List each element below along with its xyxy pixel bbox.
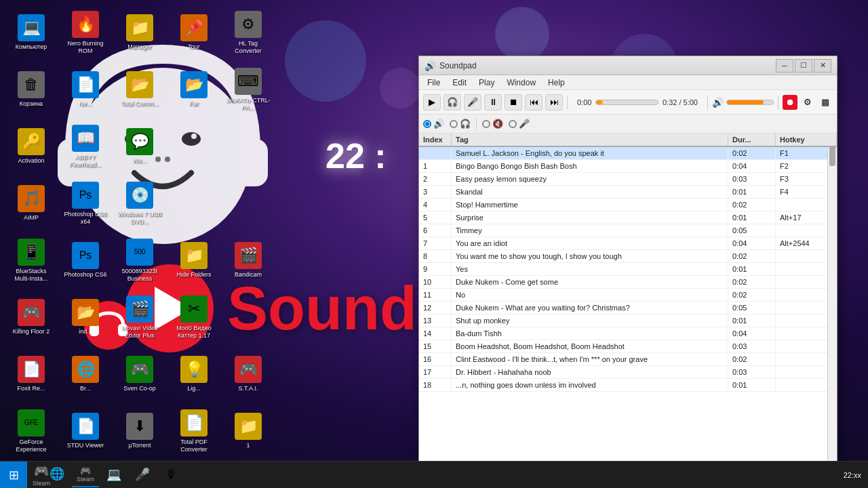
icon-tour[interactable]: 📌 Tour [168,5,220,60]
close-button[interactable]: ✕ [814,59,831,73]
icon-totalcomm[interactable]: 📂 Total Comm... [114,62,165,117]
next-button[interactable]: ⏭ [545,94,563,110]
list-item[interactable]: 16 Clint Eastwood - I'll be think...t, w… [419,353,837,366]
icon-aimp[interactable]: 🎵 AIMP [5,176,57,230]
cell-dur: 0:04 [728,327,776,340]
cell-dur: 0:01 [728,379,776,391]
taskbar-aida64[interactable]: 💻 [100,462,127,487]
icon-far[interactable]: 📂 Far [168,62,220,117]
cell-dur: 0:03 [728,173,776,185]
pause-button[interactable]: ⏸ [484,94,502,110]
radio-mic-on-circle [509,120,517,128]
icon-br[interactable]: 🌐 Br... [60,347,111,401]
icon-ctrl-pa[interactable]: ⌨ ЗАЖАТЬ CTRL-PA... [222,62,274,117]
icon-trash[interactable]: 🗑 Корзина [5,62,57,117]
icon-foxit[interactable]: 📄 Foxit Re... [5,347,57,401]
progress-area: 0:00 0:32 / 5:00 [572,98,703,106]
icon-moo0[interactable]: ✂ Moo0 Видео Каттер 1.17 [168,290,220,344]
icon-hidefolders[interactable]: 📁 Hide Folders [168,233,220,287]
time-total: 0:32 / 5:00 [663,98,698,106]
icon-stdu[interactable]: 📄 STDU Viewer [60,404,111,458]
icon-lig[interactable]: 💡 Lig... [168,347,220,401]
taskbar-steam-bottom[interactable]: 🎮 Steam [72,462,99,487]
icon-nero[interactable]: 🔥 Nero Burning ROM [60,5,111,60]
icon-utorrent[interactable]: ⬇ µTorrent [114,404,165,458]
icon-computer[interactable]: 💻 Компьютер [5,5,57,60]
minimize-button[interactable]: ─ [776,59,793,73]
cell-tag: Dr. Hibbert - Hahahaha noob [452,366,728,378]
list-item[interactable]: 4 Stop! Hammertime 0:02 [419,199,837,211]
menu-play[interactable]: Play [473,77,500,89]
scrollbar-vertical[interactable] [827,134,837,488]
list-item[interactable]: 2 Easy peasy lemon squeezy 0:03 F3 [419,173,837,186]
icon-manager[interactable]: 📁 Manager [114,5,165,60]
maximize-button[interactable]: ☐ [795,59,812,73]
col-dur: Dur... [728,134,776,146]
icon-stai[interactable]: 🎮 S.T.A.I. [222,347,274,401]
list-item[interactable]: 6 Timmey 0:05 [419,224,837,237]
list-item[interactable]: 14 Ba-dum Tishh 0:04 [419,327,837,340]
icon-win7usb[interactable]: 💿 Windows 7 USB DVD... [114,176,165,230]
record-button[interactable]: ⏺ [783,95,797,110]
list-item[interactable]: 13 Shut up monkey 0:01 [419,314,837,327]
icon-ne[interactable]: 📄 Ne... [60,62,111,117]
icon-hl-tag[interactable]: ⚙ HL Tag Converter [222,5,274,60]
icon-geforce[interactable]: GFE GeForce Experience [5,404,57,458]
toolbar2-sep [476,117,477,131]
radio-mic-off[interactable]: 🔇 [482,119,503,129]
start-button[interactable]: ⊞ [0,462,27,489]
cell-dur: 0:02 [728,353,776,365]
play-button[interactable]: ▶ [423,94,441,110]
icon-ind[interactable]: 📂 ind... [60,290,111,344]
icon-ps-x64[interactable]: Ps Photoshop CS6 x64 [60,176,111,230]
menu-window[interactable]: Window [501,77,541,89]
cell-dur: 0:03 [728,366,776,378]
list-item[interactable]: 7 You are an idiot 0:04 Alt+2544 [419,237,837,250]
icon-wa[interactable]: 💬 Wa... [114,119,165,174]
desktop-icons-grid: 💻 Компьютер 🔥 Nero Burning ROM 📁 Manager… [0,0,285,461]
menu-file[interactable]: File [422,77,446,89]
radio-speaker[interactable]: 🔊 [423,119,444,129]
icon-kf2[interactable]: 🎮 Killing Floor 2 [5,290,57,344]
extra-button[interactable]: ▦ [818,95,833,110]
icon-abbyy[interactable]: 📖 ABBYY FineRead... [60,119,111,174]
list-item[interactable]: 15 Boom Headshot, Boom Headshot, Boom He… [419,340,837,353]
radio-headphone[interactable]: 🎧 [450,119,471,129]
list-item[interactable]: 18 ...n, nothing goes down unless im inv… [419,379,837,392]
icon-bluestacks[interactable]: 📱 BlueStacks Multi-Insta... [5,233,57,287]
taskbar-chrome[interactable]: 🌐 [43,462,71,487]
icon-bandicam[interactable]: 🎬 Bandicam [222,233,274,287]
list-item[interactable]: 5 Surprise 0:01 Alt+17 [419,211,837,224]
list-item[interactable]: 10 Duke Nukem - Come get some 0:02 [419,276,837,289]
list-item[interactable]: 9 Yes 0:01 [419,263,837,276]
prev-button[interactable]: ⏮ [525,94,542,110]
mic-button[interactable]: 🎤 [464,94,481,110]
list-item[interactable]: 17 Dr. Hibbert - Hahahaha noob 0:03 [419,366,837,379]
taskbar-morphvox[interactable]: 🎤 [129,462,156,487]
radio-mic-on[interactable]: 🎤 [509,119,530,129]
icon-movavi[interactable]: 🎬 Movavi Video Editor Plus [114,290,165,344]
list-item[interactable]: 1 Bingo Bango Bongo Bish Bash Bosh 0:04 … [419,160,837,173]
list-item[interactable]: 11 No 0:02 [419,289,837,302]
settings-button[interactable]: ⚙ [800,95,815,110]
cell-index [419,147,452,159]
menu-edit[interactable]: Edit [447,77,472,89]
sound-list-container[interactable]: Index Tag Dur... Hotkey Samuel L. Jackso… [419,134,837,488]
icon-sven[interactable]: 🎮 Sven Co-op [114,347,165,401]
list-item[interactable]: Samuel L. Jackson - English, do you spea… [419,147,837,160]
cell-tag: Clint Eastwood - I'll be think...t, when… [452,353,728,365]
volume-slider[interactable] [726,100,774,105]
icon-500[interactable]: 500 5000893323I Business [114,233,165,287]
list-item[interactable]: 3 Skandal 0:01 F4 [419,186,837,199]
list-item[interactable]: 8 You want me to show you tough, I show … [419,250,837,263]
progress-bar[interactable] [595,100,658,105]
headphones-button[interactable]: 🎧 [443,94,461,110]
list-item[interactable]: 12 Duke Nukem - What are you waiting for… [419,302,837,314]
taskbar-moo0[interactable]: 🎙 [157,462,184,487]
menu-help[interactable]: Help [542,77,570,89]
stop-button[interactable]: ⏹ [505,94,522,110]
icon-ps-cs6[interactable]: Ps Photoshop CS6 [60,233,111,287]
icon-totalpdf[interactable]: 📄 Total PDF Converter [168,404,220,458]
icon-activation[interactable]: 🔑 Activation [5,119,57,174]
icon-1[interactable]: 📁 1 [222,404,274,458]
